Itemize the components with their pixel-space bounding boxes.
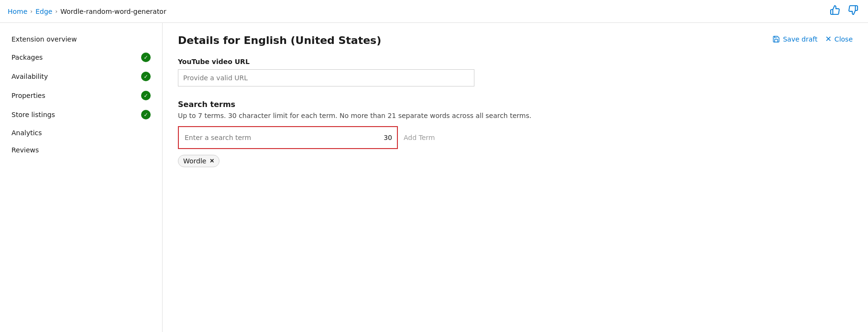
sidebar-item-availability[interactable]: Availability ✓ <box>0 67 162 86</box>
content-header: Details for English (United States) Save… <box>178 34 853 46</box>
save-icon <box>772 35 780 43</box>
check-icon-availability: ✓ <box>141 72 151 81</box>
breadcrumb-sep-1: › <box>30 8 33 15</box>
content-area: Details for English (United States) Save… <box>163 23 868 332</box>
search-term-input-wrapper: 30 <box>178 126 398 149</box>
close-button[interactable]: ✕ Close <box>825 34 853 43</box>
close-label: Close <box>835 35 853 43</box>
sidebar-label-packages: Packages <box>11 54 43 61</box>
sidebar-label-availability: Availability <box>11 73 48 80</box>
sidebar-item-store-listings[interactable]: Store listings ✓ <box>0 105 162 124</box>
thumbs-down-button[interactable] <box>846 3 860 20</box>
youtube-url-input[interactable] <box>178 69 474 86</box>
save-draft-button[interactable]: Save draft <box>772 35 817 43</box>
sidebar-label-store-listings: Store listings <box>11 111 55 118</box>
tag-label-wordle: Wordle <box>183 157 207 165</box>
breadcrumb-current: Wordle-random-word-generator <box>60 8 166 15</box>
check-icon-properties: ✓ <box>141 91 151 100</box>
sidebar-label-extension-overview: Extension overview <box>11 35 77 43</box>
tags-container: Wordle ✕ <box>178 155 853 167</box>
sidebar-item-analytics[interactable]: Analytics <box>0 124 162 141</box>
search-terms-section: Search terms Up to 7 terms. 30 character… <box>178 100 853 167</box>
thumbs-up-button[interactable] <box>828 3 842 20</box>
check-icon-store-listings: ✓ <box>141 110 151 119</box>
sidebar-item-packages[interactable]: Packages ✓ <box>0 48 162 67</box>
char-count: 30 <box>384 134 392 141</box>
search-term-input[interactable] <box>179 127 397 148</box>
sidebar-label-analytics: Analytics <box>11 129 42 137</box>
sidebar-item-properties[interactable]: Properties ✓ <box>0 86 162 105</box>
search-terms-title: Search terms <box>178 100 853 109</box>
youtube-url-label: YouTube video URL <box>178 58 853 65</box>
breadcrumb: Home › Edge › Wordle-random-word-generat… <box>8 8 166 15</box>
save-draft-label: Save draft <box>783 35 817 43</box>
close-x-icon: ✕ <box>825 34 831 43</box>
tag-wordle: Wordle ✕ <box>178 155 220 167</box>
check-icon-packages: ✓ <box>141 53 151 62</box>
breadcrumb-bar: Home › Edge › Wordle-random-word-generat… <box>0 0 868 23</box>
sidebar-label-reviews: Reviews <box>11 146 39 154</box>
sidebar: Extension overview Packages ✓ Availabili… <box>0 23 163 332</box>
page-title: Details for English (United States) <box>178 34 381 46</box>
add-term-button[interactable]: Add Term <box>404 134 435 141</box>
breadcrumb-sep-2: › <box>55 8 57 15</box>
breadcrumb-edge[interactable]: Edge <box>35 8 52 15</box>
breadcrumb-home[interactable]: Home <box>8 8 27 15</box>
top-icons <box>828 3 860 20</box>
tag-remove-wordle[interactable]: ✕ <box>209 158 214 164</box>
sidebar-item-reviews[interactable]: Reviews <box>0 141 162 159</box>
search-term-row: 30 Add Term <box>178 126 853 149</box>
sidebar-item-extension-overview[interactable]: Extension overview <box>0 31 162 48</box>
sidebar-label-properties: Properties <box>11 92 45 99</box>
search-terms-description: Up to 7 terms. 30 character limit for ea… <box>178 112 853 119</box>
header-actions: Save draft ✕ Close <box>772 34 853 43</box>
main-layout: Extension overview Packages ✓ Availabili… <box>0 23 868 332</box>
